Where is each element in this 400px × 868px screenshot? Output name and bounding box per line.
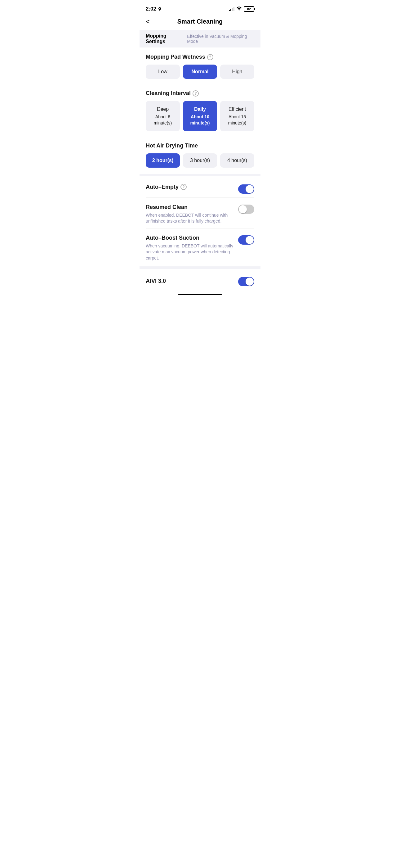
wetness-option-high[interactable]: High: [220, 65, 254, 79]
auto-boost-suction-label: Auto–Boost Suction: [146, 235, 199, 241]
aivi-label: AIVI 3.0: [146, 278, 166, 284]
auto-boost-suction-row: Auto–Boost Suction When vacuuming, DEEBO…: [146, 228, 254, 265]
auto-boost-suction-thumb: [245, 236, 254, 244]
section-band-label: Mopping Settings: [146, 33, 185, 44]
status-bar: 2:02 82: [139, 0, 261, 16]
section-band: Mopping Settings Effective in Vacuum & M…: [139, 30, 261, 48]
resumed-clean-label: Resumed Clean: [146, 204, 188, 211]
aivi-track: [238, 277, 254, 286]
home-indicator: [139, 291, 261, 298]
mopping-pad-wetness-label: Mopping Pad Wetness: [146, 54, 205, 60]
toggle-section: Auto–Empty ? Resumed Clean When enabled,…: [139, 178, 261, 265]
auto-boost-suction-text: Auto–Boost Suction When vacuuming, DEEBO…: [146, 235, 234, 261]
aivi-thumb: [245, 278, 254, 286]
auto-boost-suction-track: [238, 235, 254, 245]
aivi-toggle[interactable]: [238, 277, 254, 286]
auto-empty-thumb: [245, 185, 254, 193]
interval-option-daily[interactable]: DailyAbout 10 minute(s): [183, 101, 217, 131]
cleaning-interval-label-row: Cleaning Interval ?: [146, 90, 254, 97]
cleaning-interval-help-icon[interactable]: ?: [193, 90, 199, 97]
drying-option-3h[interactable]: 3 hour(s): [183, 153, 217, 168]
home-bar: [178, 294, 222, 295]
interval-option-deep[interactable]: DeepAbout 6 minute(s): [146, 101, 180, 131]
section-divider: [139, 174, 261, 176]
drying-option-2h[interactable]: 2 hour(s): [146, 153, 180, 168]
cleaning-interval-label: Cleaning Interval: [146, 90, 191, 97]
resumed-clean-row: Resumed Clean When enabled, DEEBOT will …: [146, 198, 254, 228]
auto-empty-toggle[interactable]: [238, 184, 254, 194]
hot-air-drying-group: Hot Air Drying Time 2 hour(s) 3 hour(s) …: [146, 136, 254, 173]
mopping-pad-wetness-group: Mopping Pad Wetness ? Low Normal High: [146, 48, 254, 84]
resumed-clean-toggle[interactable]: [238, 205, 254, 214]
aivi-row: AIVI 3.0: [139, 270, 261, 291]
hot-air-drying-options: 2 hour(s) 3 hour(s) 4 hour(s): [146, 153, 254, 168]
back-button[interactable]: <: [146, 18, 150, 26]
main-content: Mopping Pad Wetness ? Low Normal High Cl…: [139, 48, 261, 173]
auto-empty-track: [238, 184, 254, 194]
wifi-icon: [236, 6, 242, 12]
section-band-subtitle: Effective in Vacuum & Mopping Mode: [187, 34, 254, 44]
resumed-clean-track: [238, 205, 254, 214]
hot-air-drying-label-row: Hot Air Drying Time: [146, 143, 254, 149]
page-title: Smart Cleaning: [177, 18, 223, 25]
mopping-pad-wetness-label-row: Mopping Pad Wetness ?: [146, 54, 254, 60]
mopping-pad-wetness-help-icon[interactable]: ?: [207, 54, 213, 60]
location-icon: [158, 7, 162, 11]
auto-empty-text: Auto–Empty ?: [146, 184, 234, 192]
page-header: < Smart Cleaning: [139, 16, 261, 30]
auto-boost-suction-toggle[interactable]: [238, 235, 254, 245]
status-icons: 82: [229, 6, 254, 12]
mopping-pad-wetness-options: Low Normal High: [146, 65, 254, 79]
auto-empty-row: Auto–Empty ?: [146, 178, 254, 198]
wetness-option-normal[interactable]: Normal: [183, 65, 217, 79]
resumed-clean-desc: When enabled, DEEBOT will continue with …: [146, 212, 234, 224]
drying-option-4h[interactable]: 4 hour(s): [220, 153, 254, 168]
bottom-divider: [139, 266, 261, 269]
status-time: 2:02: [146, 6, 162, 12]
resumed-clean-text: Resumed Clean When enabled, DEEBOT will …: [146, 204, 234, 224]
wetness-option-low[interactable]: Low: [146, 65, 180, 79]
auto-empty-help-icon[interactable]: ?: [180, 184, 187, 190]
resumed-clean-thumb: [239, 205, 247, 213]
auto-empty-label: Auto–Empty: [146, 184, 178, 190]
interval-option-efficient[interactable]: EfficientAbout 15 minute(s): [220, 101, 254, 131]
auto-boost-suction-desc: When vacuuming, DEEBOT will automaticall…: [146, 243, 234, 261]
hot-air-drying-label: Hot Air Drying Time: [146, 143, 198, 149]
cleaning-interval-options: DeepAbout 6 minute(s) DailyAbout 10 minu…: [146, 101, 254, 131]
cleaning-interval-group: Cleaning Interval ? DeepAbout 6 minute(s…: [146, 84, 254, 136]
battery-icon: 82: [244, 6, 254, 12]
signal-icon: [229, 7, 234, 11]
